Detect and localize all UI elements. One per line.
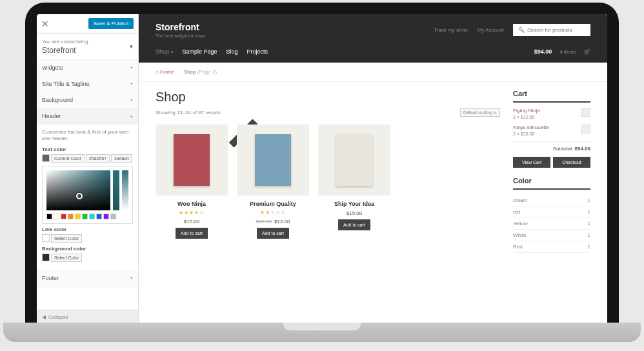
product-thumb xyxy=(156,125,228,196)
hex-input[interactable]: #5a6567 xyxy=(86,154,110,163)
preview-pane: Storefront The best widgets in town Trac… xyxy=(139,14,607,324)
picker-handle[interactable] xyxy=(76,193,83,199)
palette-swatch[interactable] xyxy=(82,214,88,219)
search-input[interactable] xyxy=(527,27,585,33)
alpha-slider[interactable] xyxy=(122,170,128,210)
nav-projects[interactable]: Projects xyxy=(247,48,268,55)
section-footer[interactable]: Footer▾ xyxy=(37,270,138,286)
color-filter-row[interactable]: red1 xyxy=(513,206,590,218)
product-search[interactable]: 🔍 xyxy=(513,24,590,36)
product-card[interactable]: Sale! Premium Quality ★★★★★ $15.00$12.00… xyxy=(237,125,309,239)
chevron-down-icon: ▾ xyxy=(130,276,133,281)
save-publish-button[interactable]: Save & Publish xyxy=(88,18,134,29)
cart-heading: Cart xyxy=(513,90,590,97)
product-card[interactable]: Ship Your Idea $15.00 Add to cart xyxy=(318,125,390,239)
section-background[interactable]: Background▾ xyxy=(37,92,138,108)
text-color-swatch[interactable] xyxy=(42,154,50,162)
hue-slider[interactable] xyxy=(113,170,119,210)
color-filter-row[interactable]: Yellow1 xyxy=(513,218,590,230)
add-to-cart-button[interactable]: Add to cart xyxy=(338,219,370,230)
current-color-button[interactable]: Current Color xyxy=(51,154,85,163)
product-card[interactable]: Woo Ninja ★★★★★ $15.00 Add to cart xyxy=(156,125,228,239)
cart-item[interactable]: Flying Ninja 2 × $12.00 xyxy=(513,108,590,119)
cart-item-meta: 2 × $35.00 xyxy=(513,132,549,136)
add-to-cart-button[interactable]: Add to cart xyxy=(257,228,289,239)
site-tagline: The best widgets in town xyxy=(156,34,205,38)
product-price: $15.00 xyxy=(318,210,390,216)
palette-swatch[interactable] xyxy=(46,214,52,219)
nav-sample[interactable]: Sample Page xyxy=(183,48,217,55)
product-rating: ★★★★★ xyxy=(237,210,309,216)
palette-swatch[interactable] xyxy=(61,214,66,219)
close-icon[interactable]: ✕ xyxy=(41,19,49,29)
crumb-page: (Page 2) xyxy=(197,69,217,75)
cart-summary[interactable]: $94.00 4 items 🛒 xyxy=(534,48,590,55)
palette-swatch[interactable] xyxy=(75,214,81,219)
product-rating: ★★★★★ xyxy=(156,210,228,216)
cart-item-thumb xyxy=(581,125,590,134)
color-picker[interactable] xyxy=(42,166,133,224)
customizer-panel: ✕ Save & Publish You are customizing Sto… xyxy=(37,14,139,324)
palette-swatch[interactable] xyxy=(96,214,102,219)
palette-swatch[interactable] xyxy=(54,214,59,219)
link-color-label: Link color xyxy=(42,226,133,232)
bg-color-swatch[interactable] xyxy=(42,254,50,261)
section-tagline[interactable]: Site Title & Tagline▾ xyxy=(37,76,138,92)
shop-column: Shop Showing 13–24 of 87 results Default… xyxy=(156,90,500,316)
crumb-shop[interactable]: Shop xyxy=(184,69,196,75)
collapse-button[interactable]: ◀ Collapse xyxy=(37,310,138,324)
view-cart-button[interactable]: View Cart xyxy=(513,157,550,168)
nav-shop[interactable]: Shop ▾ xyxy=(156,48,174,55)
color-filter-heading: Color xyxy=(513,177,590,185)
cart-count: 4 items xyxy=(559,49,576,55)
chevron-down-icon: ▾ xyxy=(171,50,174,54)
select-color-button[interactable]: Select Color xyxy=(51,234,82,243)
home-icon[interactable]: ⌂ xyxy=(156,69,159,75)
color-filter-row[interactable]: Red1 xyxy=(513,241,590,253)
cart-item[interactable]: Ninja Silhouette 2 × $35.00 xyxy=(513,125,590,136)
cart-item-meta: 2 × $12.00 xyxy=(513,115,540,119)
sidebar: Cart Flying Ninja 2 × $12.00 Ninja Silho… xyxy=(513,90,590,316)
palette-swatch[interactable] xyxy=(110,214,116,219)
saturation-pad[interactable] xyxy=(46,170,110,210)
chevron-down-icon: ▾ xyxy=(130,97,133,103)
section-header[interactable]: Header▴ xyxy=(37,108,138,125)
product-title: Premium Quality xyxy=(237,201,309,207)
header-description: Customise the look & feel of your web si… xyxy=(42,129,133,143)
cart-item-name: Flying Ninja xyxy=(513,108,540,114)
sort-select[interactable]: Default sorting ⇅ xyxy=(460,108,500,117)
product-thumb xyxy=(237,125,309,196)
add-to-cart-button[interactable]: Add to cart xyxy=(176,228,208,239)
section-header-body: Customise the look & feel of your web si… xyxy=(37,125,138,270)
product-title: Ship Your Idea xyxy=(318,201,390,207)
collapse-icon: ◀ xyxy=(42,314,46,320)
search-icon: 🔍 xyxy=(518,27,525,33)
product-title: Woo Ninja xyxy=(156,201,228,207)
customizer-context[interactable]: You are customizing Storefront ▾ xyxy=(37,34,138,60)
context-label: You are customizing xyxy=(42,39,88,45)
chevron-down-icon: ⇅ xyxy=(494,111,497,115)
track-order-link[interactable]: Track my order xyxy=(434,27,468,33)
cart-subtotal: Subtotal: $94.00 xyxy=(513,141,590,152)
color-filter-row[interactable]: cream1 xyxy=(513,195,590,206)
section-widgets[interactable]: Widgets▾ xyxy=(37,60,138,76)
palette-row xyxy=(46,214,128,219)
palette-swatch[interactable] xyxy=(68,214,74,219)
default-button[interactable]: Default xyxy=(111,154,132,163)
color-filter-row[interactable]: White1 xyxy=(513,230,590,241)
text-color-label: Text color xyxy=(42,146,133,152)
my-account-link[interactable]: My Account xyxy=(478,27,504,33)
nav-blog[interactable]: Blog xyxy=(226,48,238,55)
chevron-down-icon: ▾ xyxy=(130,81,133,86)
palette-swatch[interactable] xyxy=(89,214,95,219)
cart-total: $94.00 xyxy=(534,48,552,55)
chevron-up-icon: ▴ xyxy=(130,114,133,119)
select-color-button[interactable]: Select Color xyxy=(51,254,82,262)
bg-color-label: Background color xyxy=(42,246,133,252)
cart-item-name: Ninja Silhouette xyxy=(513,125,549,130)
crumb-home[interactable]: Home xyxy=(160,69,174,75)
palette-swatch[interactable] xyxy=(103,214,109,219)
checkout-button[interactable]: Checkout xyxy=(553,157,590,168)
link-color-swatch[interactable] xyxy=(42,234,50,242)
site-header: Storefront The best widgets in town Trac… xyxy=(139,14,607,63)
